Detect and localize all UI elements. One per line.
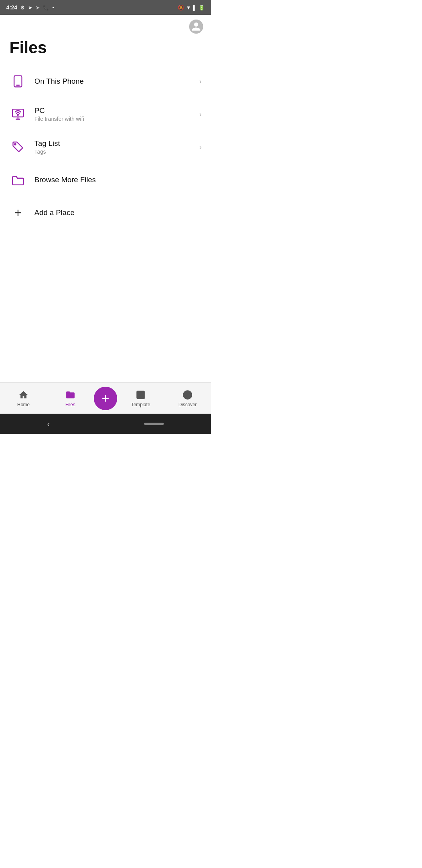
battery-icon: 🔋 bbox=[198, 5, 205, 11]
svg-rect-7 bbox=[137, 391, 145, 399]
discover-icon bbox=[182, 389, 193, 400]
nav-template[interactable]: Template bbox=[117, 389, 164, 407]
browse-more-files-label: Browse More Files bbox=[34, 176, 202, 184]
nav-home[interactable]: Home bbox=[0, 389, 47, 407]
nav-fab-button[interactable] bbox=[94, 387, 117, 410]
home-icon bbox=[18, 389, 29, 400]
files-icon bbox=[65, 389, 76, 400]
send-icon: ➤ bbox=[28, 5, 32, 11]
send-outlined-icon: ➤ bbox=[36, 5, 40, 11]
phone-icon bbox=[9, 73, 27, 90]
tag-icon bbox=[9, 138, 27, 156]
chevron-right-icon: › bbox=[199, 77, 202, 86]
back-button[interactable]: ‹ bbox=[47, 420, 50, 429]
pc-item[interactable]: PC File transfer with wifi › bbox=[0, 98, 211, 131]
dot-icon: • bbox=[52, 5, 54, 11]
svg-point-6 bbox=[14, 143, 16, 145]
folder-icon bbox=[9, 171, 27, 188]
file-locations-list: On This Phone › PC File transfer with wi… bbox=[0, 65, 211, 229]
page-title: Files bbox=[0, 35, 211, 65]
nav-files[interactable]: Files bbox=[47, 389, 94, 407]
browse-more-files-item[interactable]: Browse More Files bbox=[0, 163, 211, 196]
system-nav-bar: ‹ bbox=[0, 414, 211, 434]
pc-label: PC bbox=[34, 106, 199, 115]
chevron-right-icon: › bbox=[199, 143, 202, 151]
status-time: 4:24 bbox=[6, 4, 17, 11]
add-icon: + bbox=[9, 204, 27, 221]
signal-icon: ▌ bbox=[193, 5, 197, 11]
pc-sublabel: File transfer with wifi bbox=[34, 116, 199, 122]
nav-discover[interactable]: Discover bbox=[164, 389, 211, 407]
svg-point-5 bbox=[18, 114, 19, 115]
nav-template-label: Template bbox=[131, 402, 150, 407]
on-this-phone-item[interactable]: On This Phone › bbox=[0, 65, 211, 98]
whatsapp-icon: 📞 bbox=[43, 5, 49, 11]
nav-home-label: Home bbox=[17, 402, 30, 407]
home-pill[interactable] bbox=[144, 423, 164, 425]
settings-icon: ⚙ bbox=[20, 5, 25, 11]
chevron-right-icon: › bbox=[199, 110, 202, 118]
mute-icon: 🔕 bbox=[178, 5, 184, 11]
status-bar: 4:24 ⚙ ➤ ➤ 📞 • 🔕 ▼ ▌ 🔋 bbox=[0, 0, 211, 15]
add-place-label: Add a Place bbox=[34, 208, 74, 217]
wifi-icon: ▼ bbox=[186, 5, 191, 11]
header bbox=[0, 15, 211, 35]
monitor-wifi-icon bbox=[9, 106, 27, 123]
add-place-item[interactable]: + Add a Place bbox=[0, 196, 211, 229]
on-this-phone-label: On This Phone bbox=[34, 77, 199, 86]
nav-files-label: Files bbox=[65, 402, 75, 407]
avatar[interactable] bbox=[189, 20, 203, 34]
tag-list-sublabel: Tags bbox=[34, 149, 199, 155]
tag-list-label: Tag List bbox=[34, 139, 199, 148]
template-icon bbox=[135, 389, 146, 400]
bottom-nav: Home Files Template bbox=[0, 382, 211, 414]
nav-discover-label: Discover bbox=[179, 402, 197, 407]
tag-list-item[interactable]: Tag List Tags › bbox=[0, 131, 211, 163]
